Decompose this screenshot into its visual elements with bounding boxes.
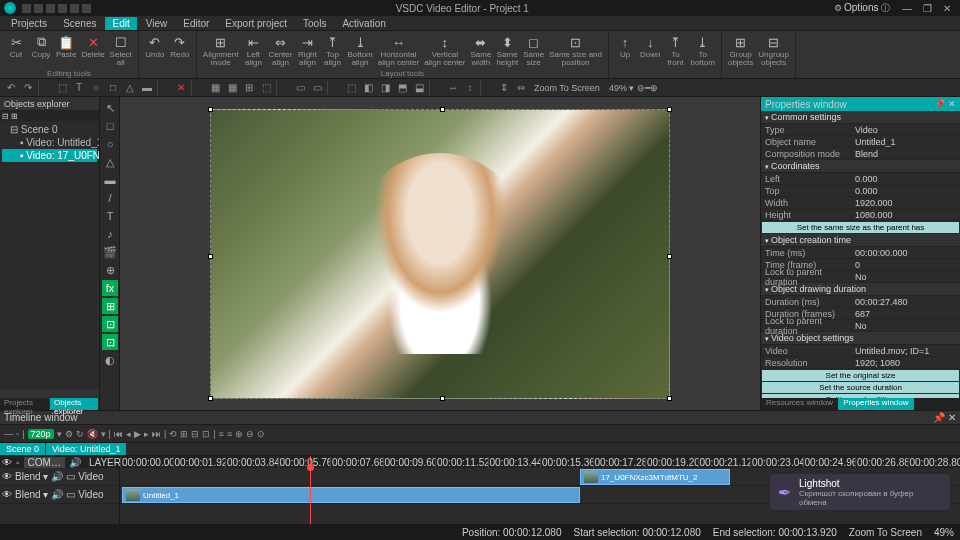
tool-icon[interactable]: ○ (102, 136, 118, 152)
toolbar-icon[interactable]: □ (106, 81, 120, 95)
tool-icon[interactable]: / (102, 190, 118, 206)
menu-tools[interactable]: Tools (296, 17, 333, 30)
paste-button[interactable]: 📋Paste (54, 33, 78, 60)
same-button[interactable]: ⬍Sameheight (494, 33, 520, 68)
tool-icon[interactable]: ↖ (102, 100, 118, 116)
toolbar-icon[interactable]: ⬚ (344, 81, 358, 95)
toolbar-icon[interactable]: ⬒ (395, 81, 409, 95)
skip-start-icon[interactable]: ⏮ (114, 429, 123, 439)
bottom-button[interactable]: ⤓Bottomalign (345, 33, 374, 68)
toolbar-icon[interactable]: △ (123, 81, 137, 95)
toolbar-icon[interactable]: ⇕ (497, 81, 511, 95)
property-row[interactable]: Composition modeBlend (761, 148, 960, 160)
track-header[interactable]: 👁Blend ▾🔊▭ Video (0, 468, 119, 486)
menu-scenes[interactable]: Scenes (56, 17, 103, 30)
property-row[interactable]: Duration (ms)00:00:27.480 (761, 296, 960, 308)
timeline-clip[interactable]: 17_U0FNXzc3MTdfMTU_2 (580, 469, 730, 485)
toolbar-icon[interactable]: ◨ (378, 81, 392, 95)
toolbar-icon[interactable]: ○ (89, 81, 103, 95)
toolbar-icon[interactable]: ▦ (225, 81, 239, 95)
select-button[interactable]: ☐Selectall (108, 33, 134, 68)
tree-item[interactable]: ⊟ Scene 0 (2, 123, 97, 136)
property-row[interactable]: Top0.000 (761, 185, 960, 197)
prev-frame-icon[interactable]: ◂ (126, 429, 131, 439)
props-tab[interactable]: Properties window (838, 398, 913, 410)
property-action-button[interactable]: Set the original size (762, 370, 959, 381)
skip-end-icon[interactable]: ⏭ (152, 429, 161, 439)
property-action-button[interactable]: Set the source duration (762, 382, 959, 393)
same-button[interactable]: ⬌Samewidth (468, 33, 493, 68)
tool-icon[interactable]: ◐ (102, 352, 118, 368)
toolbar-icon[interactable]: ✕ (174, 81, 188, 95)
menu-export-project[interactable]: Export project (218, 17, 294, 30)
menu-view[interactable]: View (139, 17, 175, 30)
menu-activation[interactable]: Activation (335, 17, 392, 30)
toolbar-icon[interactable]: ⬚ (55, 81, 69, 95)
toolbar-icon[interactable]: ◧ (361, 81, 375, 95)
same-button[interactable]: ◻Samesize (521, 33, 546, 68)
timeline-tab[interactable]: Scene 0 (0, 443, 45, 455)
property-row[interactable]: Lock to parent durationNo (761, 271, 960, 283)
toolbar-icon[interactable]: ⊞ (242, 81, 256, 95)
tree-item[interactable]: ▪ Video: 17_U0FNXzc3MTdf (2, 149, 97, 162)
toolbar-icon[interactable]: ⬓ (412, 81, 426, 95)
property-row[interactable]: Lock to parent durationNo (761, 320, 960, 332)
property-row[interactable]: Left0.000 (761, 173, 960, 185)
menu-projects[interactable]: Projects (4, 17, 54, 30)
explorer-tab[interactable]: Projects explorer (0, 398, 50, 410)
property-row[interactable]: VideoUntitled.mov; ID=1 (761, 345, 960, 357)
toolbar-icon[interactable]: ↶ (4, 81, 18, 95)
top-button[interactable]: ⤒Topalign (320, 33, 344, 68)
maximize-button[interactable]: ❐ (918, 2, 936, 14)
tree-item[interactable]: ▪ Video: Untitled_1 (2, 136, 97, 149)
horizontal-button[interactable]: ↔Horizontalalign center (376, 33, 421, 68)
vertical-button[interactable]: ↕Verticalalign center (422, 33, 467, 68)
up-button[interactable]: ↑Up (613, 33, 637, 60)
toolbar-icon[interactable]: ▭ (293, 81, 307, 95)
same size and-button[interactable]: ⊡Same size andposition (547, 33, 604, 68)
redo-button[interactable]: ↷Redo (168, 33, 192, 60)
toolbar-icon[interactable]: ▭ (310, 81, 324, 95)
property-row[interactable]: Height1080.000 (761, 209, 960, 221)
options-menu[interactable]: ⚙ Options ⓘ (834, 2, 891, 15)
toolbar-icon[interactable]: ⬚ (259, 81, 273, 95)
tool-icon[interactable]: ⊡ (102, 334, 118, 350)
menu-editor[interactable]: Editor (176, 17, 216, 30)
explorer-tab[interactable]: Objects explorer (50, 398, 99, 410)
toolbar-icon[interactable]: ↔ (446, 81, 460, 95)
track-header[interactable]: 👁Blend ▾🔊▭ Video (0, 486, 119, 504)
tool-icon[interactable]: ♪ (102, 226, 118, 242)
close-button[interactable]: ✕ (938, 2, 956, 14)
resolution-badge[interactable]: 720p (28, 429, 54, 439)
copy-button[interactable]: ⧉Copy (29, 33, 53, 60)
tool-icon[interactable]: T (102, 208, 118, 224)
toolbar-icon[interactable]: ↷ (21, 81, 35, 95)
toolbar-icon[interactable]: ▦ (208, 81, 222, 95)
delete-button[interactable]: ✕Delete (79, 33, 106, 60)
group-button[interactable]: ⊞Groupobjects (726, 33, 755, 68)
toolbar-icon[interactable]: ↕ (463, 81, 477, 95)
timeline-tab[interactable]: Video: Untitled_1 (46, 443, 126, 455)
property-row[interactable]: TypeVideo (761, 124, 960, 136)
to-button[interactable]: ⤒Tofront (663, 33, 687, 68)
property-row[interactable]: Resolution1920; 1080 (761, 357, 960, 369)
center-button[interactable]: ⇔Centeralign (266, 33, 294, 68)
toolbar-icon[interactable]: ▬ (140, 81, 154, 95)
props-tab[interactable]: Resources window (761, 398, 838, 410)
cut-button[interactable]: ✂Cut (4, 33, 28, 60)
tool-icon[interactable]: ⊡ (102, 316, 118, 332)
property-action-button[interactable]: Set the same size as the parent has (762, 222, 959, 233)
down-button[interactable]: ↓Down (638, 33, 662, 60)
minimize-button[interactable]: — (898, 2, 916, 14)
property-row[interactable]: Width1920.000 (761, 197, 960, 209)
playhead[interactable] (310, 456, 311, 524)
property-row[interactable]: Time (ms)00:00:00.000 (761, 247, 960, 259)
preview-canvas[interactable] (210, 109, 670, 399)
menu-edit[interactable]: Edit (105, 17, 136, 30)
tool-icon[interactable]: fx (102, 280, 118, 296)
tool-icon[interactable]: ▬ (102, 172, 118, 188)
right-button[interactable]: ⇥Rightalign (295, 33, 319, 68)
tool-icon[interactable]: △ (102, 154, 118, 170)
to-button[interactable]: ⤓Tobottom (688, 33, 716, 68)
left-button[interactable]: ⇤Leftalign (241, 33, 265, 68)
